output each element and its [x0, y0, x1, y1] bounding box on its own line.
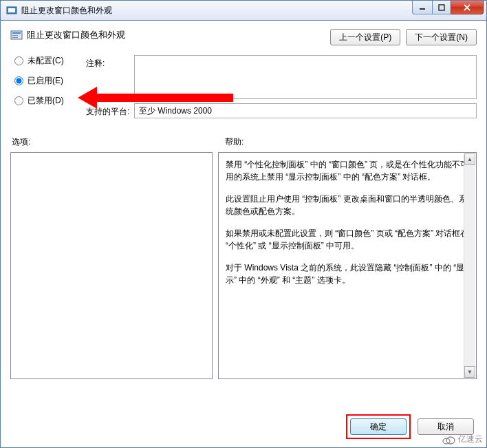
radio-not-configured-label: 未配置(C) [28, 55, 64, 67]
help-p4: 对于 Windows Vista 之前的系统，此设置隐藏 “控制面板” 中的 “… [226, 262, 469, 286]
window-title: 阻止更改窗口颜色和外观 [21, 5, 112, 17]
radio-disabled-label: 已禁用(D) [28, 95, 64, 107]
ok-highlight-box: 确定 [346, 414, 411, 439]
titlebar: 阻止更改窗口颜色和外观 [0, 0, 487, 21]
cloud-icon [442, 435, 455, 445]
radio-enabled-input[interactable] [14, 76, 23, 85]
watermark: 亿速云 [442, 434, 483, 445]
platform-value: 至少 Windows 2000 [134, 103, 477, 118]
radio-group: 未配置(C) 已启用(E) 已禁用(D) [10, 55, 86, 122]
svg-point-11 [446, 437, 455, 444]
close-button[interactable] [451, 1, 484, 14]
radio-enabled[interactable]: 已启用(E) [14, 75, 86, 87]
radio-not-configured-input[interactable] [14, 56, 23, 65]
scroll-down-icon[interactable]: ▼ [464, 366, 475, 378]
svg-rect-1 [8, 8, 15, 12]
comment-label: 注释: [86, 55, 134, 70]
help-text: 禁用 “个性化控制面板” 中的 “窗口颜色” 页，或是在个性化功能不可用的系统上… [226, 158, 469, 286]
help-label: 帮助: [217, 136, 244, 148]
svg-rect-3 [439, 5, 444, 10]
comment-textarea[interactable] [134, 55, 477, 99]
help-p3: 如果禁用或未配置此设置，则 “窗口颜色” 页或 “配色方案” 对话框在 “个性化… [226, 227, 469, 252]
window-controls [413, 1, 484, 14]
svg-rect-7 [12, 32, 21, 34]
header-row: 阻止更改窗口颜色和外观 上一个设置(P) 下一个设置(N) [10, 29, 477, 45]
radio-disabled-input[interactable] [14, 96, 23, 105]
options-label: 选项: [10, 136, 217, 148]
policy-header-icon [10, 29, 23, 41]
help-p1: 禁用 “个性化控制面板” 中的 “窗口颜色” 页，或是在个性化功能不可用的系统上… [226, 158, 469, 183]
policy-title: 阻止更改窗口颜色和外观 [27, 29, 125, 41]
scroll-up-icon[interactable]: ▲ [464, 153, 475, 165]
svg-rect-8 [12, 35, 18, 36]
platform-label: 支持的平台: [86, 103, 134, 118]
radio-not-configured[interactable]: 未配置(C) [14, 55, 86, 67]
policy-icon [6, 5, 17, 16]
minimize-button[interactable] [412, 1, 433, 14]
window-body: 阻止更改窗口颜色和外观 上一个设置(P) 下一个设置(N) 未配置(C) 已启用… [0, 21, 487, 448]
previous-setting-button[interactable]: 上一个设置(P) [330, 29, 400, 45]
ok-button[interactable]: 确定 [350, 418, 407, 435]
cancel-button[interactable]: 取消 [418, 418, 474, 435]
next-setting-button[interactable]: 下一个设置(N) [406, 29, 477, 45]
help-p2: 此设置阻止用户使用 “控制面板” 更改桌面和窗口的半透明颜色、系统颜色或配色方案… [226, 193, 469, 217]
radio-disabled[interactable]: 已禁用(D) [14, 95, 86, 107]
options-pane [10, 152, 213, 379]
watermark-text: 亿速云 [458, 434, 483, 445]
radio-enabled-label: 已启用(E) [28, 75, 63, 87]
help-pane: 禁用 “个性化控制面板” 中的 “窗口颜色” 页，或是在个性化功能不可用的系统上… [218, 152, 477, 379]
svg-rect-9 [12, 37, 18, 38]
help-scrollbar[interactable]: ▲ ▼ [464, 153, 475, 378]
maximize-button[interactable] [432, 1, 451, 14]
